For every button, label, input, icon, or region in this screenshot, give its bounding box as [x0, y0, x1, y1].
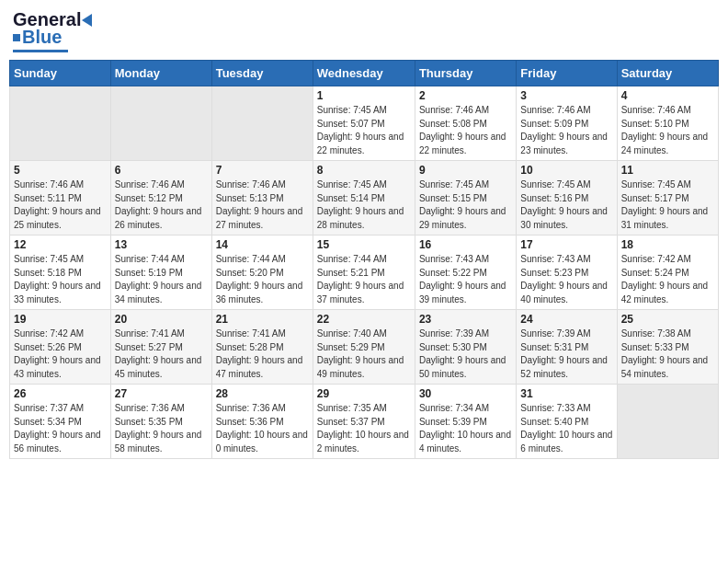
day-number: 15	[317, 238, 411, 251]
day-number: 26	[14, 387, 107, 400]
day-number: 12	[14, 238, 107, 251]
day-detail: Sunrise: 7:33 AMSunset: 5:40 PMDaylight:…	[520, 402, 612, 455]
weekday-header-wednesday: Wednesday	[313, 61, 415, 86]
day-cell: 19Sunrise: 7:42 AMSunset: 5:26 PMDayligh…	[10, 310, 111, 385]
day-cell	[211, 86, 313, 161]
day-number: 8	[317, 164, 411, 177]
day-number: 1	[317, 89, 411, 102]
day-number: 21	[216, 313, 309, 326]
day-detail: Sunrise: 7:42 AMSunset: 5:24 PMDaylight:…	[621, 253, 714, 306]
day-cell: 16Sunrise: 7:43 AMSunset: 5:22 PMDayligh…	[415, 236, 516, 310]
day-cell	[617, 385, 718, 459]
day-cell: 2Sunrise: 7:46 AMSunset: 5:08 PMDaylight…	[415, 86, 516, 161]
week-row-2: 5Sunrise: 7:46 AMSunset: 5:11 PMDaylight…	[10, 161, 719, 236]
day-detail: Sunrise: 7:44 AMSunset: 5:19 PMDaylight:…	[115, 253, 208, 306]
day-number: 27	[115, 387, 208, 400]
day-cell: 31Sunrise: 7:33 AMSunset: 5:40 PMDayligh…	[517, 385, 617, 459]
day-detail: Sunrise: 7:36 AMSunset: 5:35 PMDaylight:…	[115, 402, 208, 455]
day-number: 28	[216, 387, 309, 400]
day-cell: 13Sunrise: 7:44 AMSunset: 5:19 PMDayligh…	[110, 236, 211, 310]
day-number: 29	[317, 387, 411, 400]
day-cell	[110, 86, 211, 161]
day-cell: 1Sunrise: 7:45 AMSunset: 5:07 PMDaylight…	[313, 86, 415, 161]
day-detail: Sunrise: 7:46 AMSunset: 5:13 PMDaylight:…	[216, 178, 309, 232]
day-number: 7	[216, 164, 309, 177]
day-detail: Sunrise: 7:38 AMSunset: 5:33 PMDaylight:…	[621, 327, 714, 381]
day-number: 10	[520, 164, 612, 177]
day-number: 20	[115, 313, 208, 326]
day-number: 22	[317, 313, 411, 326]
day-detail: Sunrise: 7:41 AMSunset: 5:27 PMDaylight:…	[115, 327, 208, 381]
day-cell: 26Sunrise: 7:37 AMSunset: 5:34 PMDayligh…	[10, 385, 111, 459]
day-cell: 5Sunrise: 7:46 AMSunset: 5:11 PMDaylight…	[10, 161, 111, 236]
day-detail: Sunrise: 7:45 AMSunset: 5:17 PMDaylight:…	[621, 178, 714, 232]
day-detail: Sunrise: 7:46 AMSunset: 5:10 PMDaylight:…	[621, 104, 714, 157]
day-cell: 9Sunrise: 7:45 AMSunset: 5:15 PMDaylight…	[415, 161, 516, 236]
day-number: 4	[621, 89, 714, 102]
day-number: 5	[14, 164, 107, 177]
weekday-header-monday: Monday	[110, 61, 211, 86]
day-detail: Sunrise: 7:40 AMSunset: 5:29 PMDaylight:…	[317, 327, 411, 381]
day-cell: 11Sunrise: 7:45 AMSunset: 5:17 PMDayligh…	[617, 161, 718, 236]
day-detail: Sunrise: 7:45 AMSunset: 5:07 PMDaylight:…	[317, 104, 411, 157]
header: General Blue	[9, 9, 719, 52]
day-number: 6	[115, 164, 208, 177]
day-number: 25	[621, 313, 714, 326]
day-detail: Sunrise: 7:45 AMSunset: 5:16 PMDaylight:…	[520, 178, 612, 232]
day-number: 14	[216, 238, 309, 251]
weekday-header-tuesday: Tuesday	[211, 61, 313, 86]
day-number: 17	[520, 238, 612, 251]
day-number: 24	[520, 313, 612, 326]
day-cell: 18Sunrise: 7:42 AMSunset: 5:24 PMDayligh…	[617, 236, 718, 310]
day-cell: 15Sunrise: 7:44 AMSunset: 5:21 PMDayligh…	[313, 236, 415, 310]
day-detail: Sunrise: 7:36 AMSunset: 5:36 PMDaylight:…	[216, 402, 309, 455]
day-number: 18	[621, 238, 714, 251]
day-cell: 4Sunrise: 7:46 AMSunset: 5:10 PMDaylight…	[617, 86, 718, 161]
page: General Blue SundayMondayTuesdayWednesda…	[0, 0, 728, 468]
day-number: 11	[621, 164, 714, 177]
day-detail: Sunrise: 7:46 AMSunset: 5:08 PMDaylight:…	[419, 104, 512, 157]
day-cell: 21Sunrise: 7:41 AMSunset: 5:28 PMDayligh…	[211, 310, 313, 385]
weekday-header-row: SundayMondayTuesdayWednesdayThursdayFrid…	[10, 61, 719, 86]
day-number: 3	[520, 89, 612, 102]
day-detail: Sunrise: 7:39 AMSunset: 5:31 PMDaylight:…	[520, 327, 612, 381]
day-cell: 8Sunrise: 7:45 AMSunset: 5:14 PMDaylight…	[313, 161, 415, 236]
day-number: 31	[520, 387, 612, 400]
day-detail: Sunrise: 7:43 AMSunset: 5:23 PMDaylight:…	[520, 253, 612, 306]
weekday-header-sunday: Sunday	[10, 61, 111, 86]
day-cell: 24Sunrise: 7:39 AMSunset: 5:31 PMDayligh…	[517, 310, 617, 385]
week-row-3: 12Sunrise: 7:45 AMSunset: 5:18 PMDayligh…	[10, 236, 719, 310]
day-cell: 27Sunrise: 7:36 AMSunset: 5:35 PMDayligh…	[110, 385, 211, 459]
logo: General Blue	[13, 9, 93, 52]
day-detail: Sunrise: 7:39 AMSunset: 5:30 PMDaylight:…	[419, 327, 512, 381]
day-detail: Sunrise: 7:35 AMSunset: 5:37 PMDaylight:…	[317, 402, 411, 455]
day-detail: Sunrise: 7:43 AMSunset: 5:22 PMDaylight:…	[419, 253, 512, 306]
weekday-header-saturday: Saturday	[617, 61, 718, 86]
week-row-5: 26Sunrise: 7:37 AMSunset: 5:34 PMDayligh…	[10, 385, 719, 459]
day-detail: Sunrise: 7:44 AMSunset: 5:21 PMDaylight:…	[317, 253, 411, 306]
day-number: 30	[419, 387, 512, 400]
day-cell: 28Sunrise: 7:36 AMSunset: 5:36 PMDayligh…	[211, 385, 313, 459]
day-cell: 10Sunrise: 7:45 AMSunset: 5:16 PMDayligh…	[517, 161, 617, 236]
day-detail: Sunrise: 7:45 AMSunset: 5:18 PMDaylight:…	[14, 253, 107, 306]
logo-underline	[13, 50, 68, 52]
day-detail: Sunrise: 7:46 AMSunset: 5:12 PMDaylight:…	[115, 178, 208, 232]
week-row-1: 1Sunrise: 7:45 AMSunset: 5:07 PMDaylight…	[10, 86, 719, 161]
day-detail: Sunrise: 7:45 AMSunset: 5:15 PMDaylight:…	[419, 178, 512, 232]
day-cell: 20Sunrise: 7:41 AMSunset: 5:27 PMDayligh…	[110, 310, 211, 385]
day-cell: 22Sunrise: 7:40 AMSunset: 5:29 PMDayligh…	[313, 310, 415, 385]
day-detail: Sunrise: 7:34 AMSunset: 5:39 PMDaylight:…	[419, 402, 512, 455]
day-number: 2	[419, 89, 512, 102]
weekday-header-friday: Friday	[517, 61, 617, 86]
day-number: 23	[419, 313, 512, 326]
day-number: 13	[115, 238, 208, 251]
day-detail: Sunrise: 7:45 AMSunset: 5:14 PMDaylight:…	[317, 178, 411, 232]
day-number: 19	[14, 313, 107, 326]
day-cell: 3Sunrise: 7:46 AMSunset: 5:09 PMDaylight…	[517, 86, 617, 161]
day-cell: 17Sunrise: 7:43 AMSunset: 5:23 PMDayligh…	[517, 236, 617, 310]
day-cell: 12Sunrise: 7:45 AMSunset: 5:18 PMDayligh…	[10, 236, 111, 310]
day-cell: 29Sunrise: 7:35 AMSunset: 5:37 PMDayligh…	[313, 385, 415, 459]
day-cell: 23Sunrise: 7:39 AMSunset: 5:30 PMDayligh…	[415, 310, 516, 385]
day-cell: 25Sunrise: 7:38 AMSunset: 5:33 PMDayligh…	[617, 310, 718, 385]
day-number: 16	[419, 238, 512, 251]
